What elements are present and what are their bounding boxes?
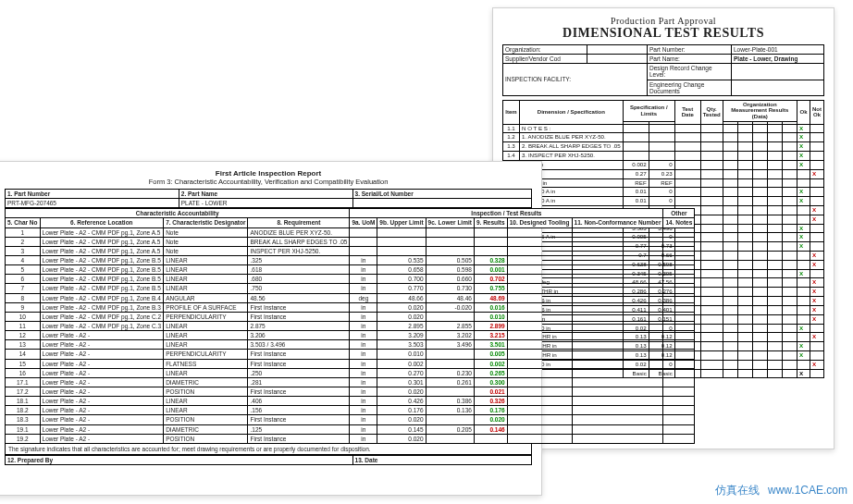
table-row: 8Lower Plate - A2 - CMM PDF pg.1, Zone B…: [6, 293, 695, 302]
col-desig: 7. Characteristic Designator: [164, 218, 248, 227]
table-row: 6Lower Plate - A2 - CMM PDF pg.1, Zone B…: [6, 275, 695, 284]
left-title-2: Form 3: Characteristic Accountability, V…: [5, 178, 532, 186]
org-value: [587, 45, 648, 55]
col-res: 9. Results: [474, 218, 507, 227]
partname-value: PLATE - LOWER: [179, 199, 352, 208]
table-row: 9Lower Plate - A2 - CMM PDF pg.1, Zone B…: [6, 302, 695, 312]
pn-value: Lower-Plate-001: [732, 45, 824, 55]
ecd-value: [732, 80, 824, 95]
col-dim: Dimension / Specification: [520, 100, 624, 124]
org-label: Organization:: [503, 45, 587, 55]
table-row: 1.32. BREAK ALL SHARP EDGES TO .05X: [503, 142, 824, 152]
table-row: 16Lower Plate - A2 -LINEAR.250in0.2700.2…: [6, 368, 695, 377]
col-qty: Qty. Tested: [700, 100, 723, 124]
col-item: Item: [503, 100, 520, 124]
sect-acct: Characteristic Accountability: [6, 209, 350, 218]
right-info-table: Organization: Part Number: Lower-Plate-0…: [502, 44, 824, 96]
left-data-table: Characteristic Accountability Inspection…: [5, 208, 695, 444]
drc-value: [732, 64, 824, 80]
right-title-2: DIMENSIONAL TEST RESULTS: [502, 26, 824, 41]
col-ref: 6. Reference Location: [40, 218, 164, 227]
date-label: 13. Date: [352, 455, 531, 464]
serial-label: 3. Serial/Lot Number: [355, 191, 414, 197]
pname-label: Part Name:: [648, 55, 732, 64]
col-date: Test Date: [674, 100, 700, 124]
table-row: 7Lower Plate - A2 - CMM PDF pg.1, Zone B…: [6, 284, 695, 293]
table-row: 17.1Lower Plate - A2 -DIAMETRIC.281in0.3…: [6, 377, 695, 387]
table-row: 19.2Lower Plate - A2 -POSITIONFirst Inst…: [6, 434, 695, 443]
table-row: 2⌖ .002 in0.0020X: [503, 160, 824, 169]
table-row: 1.43. INSPECT PER XHJ-5250.X: [503, 152, 824, 161]
col-nok: Not Ok: [810, 100, 824, 124]
table-row: 11Lower Plate - A2 - CMM PDF pg.1, Zone …: [6, 321, 695, 330]
table-row: 19.1Lower Plate - A2 -DIAMETRIC.125in0.1…: [6, 424, 695, 434]
table-row: 4◯ .746 inREFREF: [503, 178, 824, 188]
sect-other: Other: [663, 209, 695, 218]
table-row: 14Lower Plate - A2 -PERPENDICULARITYFirs…: [6, 350, 695, 359]
fac-label: INSPECTION FACILITY:: [503, 64, 648, 96]
table-row: 5Lower Plate - A2 - CMM PDF pg.1, Zone B…: [6, 265, 695, 275]
left-header-table: 1. Part Number 2. Part Name 3. Serial/Lo…: [5, 189, 532, 208]
partnum-label: 1. Part Number: [7, 191, 50, 197]
table-row: 3Lower Plate - A2 - CMM PDF pg.1, Zone A…: [6, 246, 695, 255]
left-sig-row: 12. Prepared By 13. Date: [5, 455, 532, 465]
col-notes: 14. Notes: [663, 218, 695, 227]
table-row: 15Lower Plate - A2 -FLATNESSFirst Instan…: [6, 359, 695, 368]
pname-value: Plate - Lower, Drawing: [732, 55, 824, 64]
prepared-by-label: 12. Prepared By: [6, 455, 353, 464]
sup-value: [587, 55, 648, 64]
ecd-label: Engineering Change Documents: [648, 80, 732, 95]
table-row: 17.2Lower Plate - A2 -POSITIONFirst Inst…: [6, 387, 695, 396]
col-non: 11. Non-Conformance Number: [572, 218, 663, 227]
watermark-cn: 仿真在线: [715, 484, 760, 497]
table-row: 12Lower Plate - A2 -LINEAR3.206in3.2093.…: [6, 331, 695, 340]
signature-statement: The signature indicates that all charact…: [5, 444, 532, 455]
col-upper: 9b. Upper Limit: [377, 218, 426, 227]
table-row: 2Lower Plate - A2 - CMM PDF pg.1, Zone A…: [6, 237, 695, 246]
partname-label: 2. Part Name: [181, 191, 217, 197]
table-row: 18.2Lower Plate - A2 -LINEAR.156in0.1760…: [6, 406, 695, 415]
col-tool: 10. Designed Tooling: [507, 218, 572, 227]
col-ok: Ok: [797, 100, 810, 124]
table-row: 18.3Lower Plate - A2 -POSITIONFirst Inst…: [6, 415, 695, 424]
drc-label: Design Record Change Level:: [648, 64, 732, 80]
col-spec: Specification / Limits: [623, 100, 674, 121]
partnum-value: PRT-MFG-207465: [6, 199, 179, 208]
pn-label: Part Number:: [648, 45, 732, 55]
col-charno: 5. Char No: [6, 218, 41, 227]
col-meas: Organization Measurement Results (Data): [723, 100, 797, 121]
table-row: 6⊥ ⌀ .010 A in0.010X: [503, 197, 824, 206]
watermark: 仿真在线 www.1CAE.com: [715, 483, 847, 498]
stage: Production Part Approval DIMENSIONAL TES…: [0, 0, 853, 504]
right-title-1: Production Part Approval: [502, 16, 824, 26]
table-row: 30.25 in0.270.23X: [503, 169, 824, 178]
table-row: 10Lower Plate - A2 - CMM PDF pg.1, Zone …: [6, 312, 695, 321]
sup-label: Supplier/Vendor Cod: [503, 55, 587, 64]
watermark-domain: www.1CAE.com: [768, 484, 847, 497]
table-row: 4Lower Plate - A2 - CMM PDF pg.1, Zone B…: [6, 255, 695, 264]
left-title-1: First Article Inspection Report: [5, 169, 532, 178]
doc-first-article-report: First Article Inspection Report Form 3: …: [0, 161, 542, 496]
table-row: 13Lower Plate - A2 -LINEAR3.503 / 3.496i…: [6, 340, 695, 350]
col-uom: 9a. UoM: [350, 218, 377, 227]
table-row: 5⊥ ⌀ .010 A in0.010X: [503, 188, 824, 197]
table-row: 18.1Lower Plate - A2 -LINEAR.406in0.4260…: [6, 397, 695, 406]
col-req: 8. Requirement: [248, 218, 350, 227]
col-lower: 9c. Lower Limit: [426, 218, 474, 227]
serial-value: [352, 199, 531, 208]
table-row: 1Lower Plate - A2 - CMM PDF pg.1, Zone A…: [6, 227, 695, 237]
table-row: 1.21. ANODIZE BLUE PER XYZ-50.X: [503, 133, 824, 142]
table-row: 1.1N O T E S :X: [503, 124, 824, 133]
sect-insp: Inspection / Test Results: [350, 209, 663, 218]
